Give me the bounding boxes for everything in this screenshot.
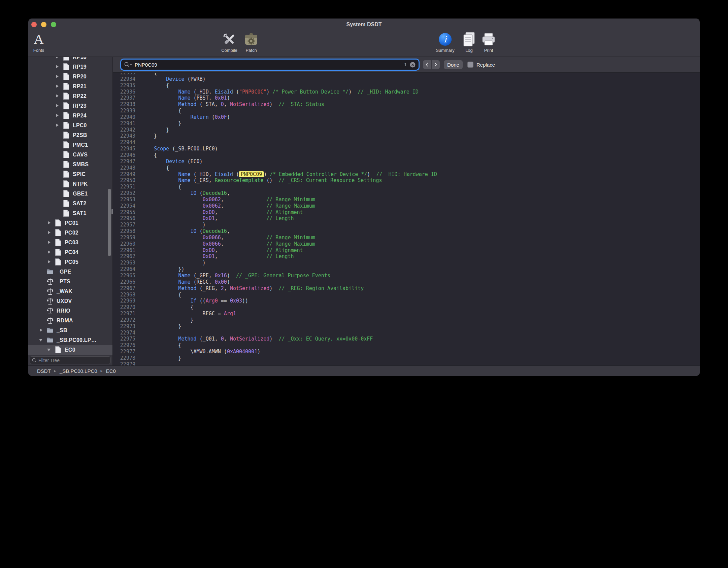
log-button[interactable]: Log [462, 31, 476, 53]
sidebar-item-rdma[interactable]: RDMA [28, 316, 112, 325]
log-button-label: Log [465, 48, 473, 53]
code-line: 22940 Return (0x0F) [113, 114, 700, 120]
code-line: 22974 [113, 330, 700, 336]
disclosure-right-icon[interactable] [54, 72, 62, 81]
disclosure-right-icon[interactable] [54, 81, 62, 91]
sidebar-item-rp24[interactable]: RP24 [28, 111, 112, 120]
sidebar-item-ec0[interactable]: EC0 [28, 345, 112, 355]
line-number: 22935 [113, 82, 136, 89]
pane-splitter-handle[interactable] [111, 209, 113, 214]
sidebar-item-pc01[interactable]: PC01 [28, 218, 112, 228]
disclosure-right-icon[interactable] [46, 257, 54, 267]
find-next-button[interactable] [432, 60, 440, 69]
search-match-highlight: PNP0C09 [239, 171, 264, 177]
disclosure-right-icon[interactable] [38, 325, 46, 335]
code-line: 22948 { [113, 165, 700, 171]
disclosure-right-icon[interactable] [54, 111, 62, 120]
tree-item-label: SMBS [73, 162, 89, 168]
compile-button[interactable]: Compile [221, 31, 237, 53]
done-button[interactable]: Done [444, 60, 463, 69]
line-number: 22941 [113, 120, 136, 127]
disclosure-down-icon[interactable] [46, 345, 54, 355]
disclosure-right-icon[interactable] [46, 238, 54, 247]
disclosure-right-icon[interactable] [54, 57, 62, 62]
print-button-label: Print [484, 48, 493, 53]
filter-tree-input[interactable]: Filter Tree [30, 356, 111, 364]
search-input[interactable]: PNP0C09 1 [121, 60, 419, 70]
breadcrumb-item[interactable]: EC0 [106, 368, 116, 374]
sidebar-item-p2sb[interactable]: P2SB [28, 130, 112, 140]
summary-button[interactable]: i Summary [436, 31, 455, 53]
sidebar-item-rp21[interactable]: RP21 [28, 81, 112, 91]
code-line: 22967 Method (_REG, 2, NotSerialized) //… [113, 285, 700, 292]
patch-button[interactable]: Patch [244, 31, 259, 53]
sidebar-item-rp22[interactable]: RP22 [28, 91, 112, 101]
breadcrumb-item[interactable]: DSDT [37, 368, 51, 374]
sidebar-item-sat1[interactable]: SAT1 [28, 208, 112, 218]
zoom-window-button[interactable] [51, 22, 56, 27]
disclosure-right-icon[interactable] [46, 247, 54, 257]
sidebar-item-pc04[interactable]: PC04 [28, 247, 112, 257]
disclosure-spacer [54, 150, 62, 159]
code-line: 22958 IO (Decode16, [113, 228, 700, 235]
code-line: 22956 0x01, // Length [113, 215, 700, 222]
sidebar-item-_wak[interactable]: _WAK [28, 286, 112, 296]
close-window-button[interactable] [31, 22, 37, 27]
disclosure-right-icon[interactable] [54, 62, 62, 72]
line-number: 22971 [113, 311, 136, 317]
find-nav-buttons [423, 60, 440, 69]
sidebar-item-_gpe[interactable]: _GPE [28, 267, 112, 277]
line-number: 22962 [113, 253, 136, 260]
code-line: 22971 REGC = Arg1 [113, 311, 700, 317]
disclosure-right-icon[interactable] [46, 218, 54, 228]
line-number: 22952 [113, 190, 136, 197]
minimize-window-button[interactable] [41, 22, 46, 27]
breadcrumb-item[interactable]: _SB.PC00.LPC0 [60, 368, 97, 374]
line-number: 22979 [113, 361, 136, 365]
sidebar-item-pmc1[interactable]: PMC1 [28, 140, 112, 150]
disclosure-spacer [38, 306, 46, 316]
line-number: 22939 [113, 108, 136, 114]
disclosure-right-icon[interactable] [46, 228, 54, 238]
code-line: 22942 } [113, 127, 700, 133]
window-title: System DSDT [346, 22, 382, 28]
sidebar-item-rp20[interactable]: RP20 [28, 72, 112, 81]
sidebar-item-ntpk[interactable]: NTPK [28, 179, 112, 189]
line-number: 22978 [113, 355, 136, 361]
code-editor[interactable]: 22933 {22934 Device (PWRB)22935 {22936 N… [113, 72, 700, 365]
sidebar-scrollbar[interactable] [108, 189, 111, 256]
sidebar-item-rrio[interactable]: RRIO [28, 306, 112, 316]
disclosure-right-icon[interactable] [54, 91, 62, 101]
sidebar-item-uxdv[interactable]: UXDV [28, 296, 112, 306]
print-button[interactable]: Print [481, 31, 496, 53]
clear-search-button[interactable] [410, 62, 416, 68]
sidebar-item-cavs[interactable]: CAVS [28, 150, 112, 159]
sidebar-item-pc02[interactable]: PC02 [28, 228, 112, 238]
sidebar-item-pc05[interactable]: PC05 [28, 257, 112, 267]
code-line: 22966 Name (REGC, 0x00) [113, 279, 700, 285]
sidebar-item-gbe1[interactable]: GBE1 [28, 189, 112, 199]
sidebar-item-pc03[interactable]: PC03 [28, 238, 112, 247]
document-icon [54, 248, 62, 256]
toolbar: A Fonts Compile [28, 31, 700, 57]
disclosure-down-icon[interactable] [38, 335, 46, 345]
disclosure-right-icon[interactable] [54, 101, 62, 111]
fonts-button[interactable]: A Fonts [33, 31, 44, 53]
code-line: 22952 IO (Decode16, [113, 190, 700, 197]
sidebar-item-sat2[interactable]: SAT2 [28, 199, 112, 208]
sidebar-item-_pts[interactable]: _PTS [28, 277, 112, 286]
sidebar-item-rp23[interactable]: RP23 [28, 101, 112, 111]
sidebar-item-spic[interactable]: SPIC [28, 169, 112, 179]
document-icon [62, 102, 70, 110]
sidebar-item-rp19[interactable]: RP19 [28, 62, 112, 72]
find-previous-button[interactable] [423, 60, 431, 69]
tree-item-label: PC01 [65, 220, 78, 226]
sidebar-item-lpc0[interactable]: LPC0 [28, 120, 112, 130]
line-number: 22944 [113, 139, 136, 146]
disclosure-right-icon[interactable] [54, 120, 62, 130]
sidebar-item-rp18[interactable]: RP18 [28, 57, 112, 62]
sidebar-item-_sb-pc00-lp[interactable]: _SB.PC00.LP… [28, 335, 112, 345]
replace-checkbox[interactable] [467, 62, 473, 68]
sidebar-item-_sb[interactable]: _SB [28, 325, 112, 335]
sidebar-item-smbs[interactable]: SMBS [28, 159, 112, 169]
